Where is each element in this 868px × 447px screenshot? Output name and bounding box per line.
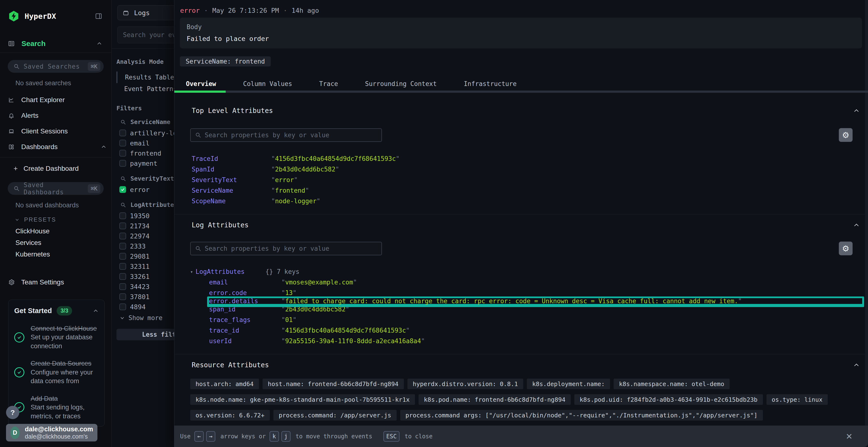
collapse-section-icon[interactable] [853, 107, 860, 114]
attribute-value[interactable]: "frontend" [271, 187, 309, 194]
log-attributes-search-input[interactable]: Search properties by key or value [190, 242, 382, 255]
checkbox-icon[interactable] [119, 212, 126, 219]
resource-attribute-chip[interactable]: k8s.namespace.name: otel-demo [614, 379, 730, 389]
presets-toggle[interactable]: PRESETS [14, 216, 112, 223]
help-button[interactable]: ? [6, 406, 19, 419]
checkbox-checked-icon[interactable] [119, 186, 126, 193]
less-filters-button[interactable]: Less filters [117, 329, 174, 340]
k-key[interactable]: k [270, 431, 279, 442]
filter-option[interactable]: email [119, 138, 174, 148]
sidebar-item-client-sessions[interactable]: Client Sessions [8, 126, 106, 137]
event-search-input[interactable]: Search your events [117, 27, 174, 43]
get-started-item[interactable]: Connect to ClickHouseSet up your databas… [14, 324, 99, 350]
checkbox-icon[interactable] [119, 222, 126, 229]
sidebar-item-search[interactable]: Search [0, 39, 112, 48]
checkbox-icon[interactable] [119, 304, 126, 310]
attribute-key[interactable]: ScopeName [192, 198, 271, 205]
attribute-value[interactable]: "4156d3fbc40a64854d9dc7f68641593c" [271, 155, 400, 162]
tab-surrounding-context[interactable]: Surrounding Context [365, 80, 437, 88]
tab-trace[interactable]: Trace [319, 80, 338, 88]
chevron-up-icon[interactable] [96, 41, 102, 46]
chevron-up-icon[interactable] [93, 308, 99, 314]
checkbox-icon[interactable] [119, 273, 126, 280]
checkbox-icon[interactable] [119, 263, 126, 270]
attribute-key[interactable]: email [209, 279, 281, 286]
attribute-key[interactable]: trace_flags [209, 316, 281, 323]
resource-attribute-chip[interactable]: k8s.node.name: gke-pme-k8s-standard-main… [190, 394, 415, 405]
get-started-item[interactable]: Create Data SourcesConfigure where your … [14, 359, 99, 385]
filter-option[interactable]: 2333 [119, 241, 174, 251]
sidebar-item-dashboards[interactable]: Dashboards [8, 142, 106, 152]
j-key[interactable]: j [281, 431, 290, 442]
preset-item-kubernetes[interactable]: Kubernetes [16, 249, 112, 259]
resource-attribute-chip[interactable]: os.type: linux [767, 394, 828, 405]
resource-attribute-chip[interactable]: host.arch: amd64 [190, 379, 259, 389]
analysis-mode-results-table[interactable]: Results Table [112, 72, 174, 83]
attribute-key[interactable]: SeverityText [192, 176, 271, 183]
sidebar-item-team-settings[interactable]: Team Settings [8, 278, 112, 286]
show-more-button[interactable]: Show more [119, 314, 174, 321]
service-name-tag[interactable]: ServiceName: frontend [180, 56, 271, 66]
checkbox-icon[interactable] [119, 283, 126, 290]
attribute-value[interactable]: "node-logger" [271, 198, 320, 205]
resource-attribute-chip[interactable]: host.name: frontend-6b6c8d7bfd-ng894 [262, 379, 404, 389]
filter-option[interactable]: payment [119, 158, 174, 168]
filter-option[interactable]: 33261 [119, 271, 174, 281]
close-icon[interactable]: ✕ [846, 432, 853, 441]
source-select[interactable]: Logs [117, 5, 174, 20]
collapse-section-icon[interactable] [853, 362, 860, 369]
filter-option[interactable]: 21734 [119, 221, 174, 231]
tab-infrastructure[interactable]: Infrastructure [464, 80, 517, 88]
attribute-value[interactable]: "2b43d0c4dd6bc582" [271, 166, 339, 173]
collapse-sidebar-icon[interactable] [95, 12, 102, 20]
column-settings-button[interactable]: ⚙ [839, 128, 852, 142]
top-level-search-input[interactable]: Search properties by key or value [190, 128, 382, 142]
filter-option[interactable]: 4894 [119, 302, 174, 312]
attribute-value[interactable]: "13" [281, 289, 297, 297]
resource-attribute-chip[interactable]: k8s.pod.uid: f284fb2d-a0b3-4634-991b-e2c… [574, 394, 763, 405]
attribute-key[interactable]: TraceId [192, 155, 271, 162]
attribute-value[interactable]: "failed to charge card: could not charge… [281, 298, 742, 305]
column-settings-button[interactable]: ⚙ [839, 242, 852, 255]
search-icon[interactable] [120, 202, 126, 208]
attribute-key[interactable]: ServiceName [192, 187, 271, 194]
filter-option[interactable]: 22974 [119, 231, 174, 241]
checkbox-icon[interactable] [119, 160, 126, 167]
sidebar-item-alerts[interactable]: Alerts [8, 110, 106, 121]
analysis-mode-event-patterns[interactable]: Event Patterns [112, 83, 174, 95]
filter-option[interactable]: artillery-loadgen [119, 128, 174, 138]
log-attributes-tree-root[interactable]: ▾ LogAttributes {} 7 keys [174, 266, 868, 277]
tab-column-values[interactable]: Column Values [243, 80, 292, 88]
search-icon[interactable] [120, 176, 126, 182]
checkbox-icon[interactable] [119, 150, 126, 157]
arrow-right-key[interactable]: → [206, 431, 215, 442]
sidebar-item-chart-explorer[interactable]: Chart Explorer [8, 95, 106, 105]
search-icon[interactable] [120, 119, 126, 125]
filter-option[interactable]: 34423 [119, 281, 174, 291]
get-started-item[interactable]: Add DataStart sending logs, metrics, or … [14, 394, 99, 420]
attribute-value[interactable]: "error" [271, 176, 298, 183]
user-menu[interactable]: D dale@clickhouse.com dale@clickhouse.co… [6, 424, 97, 442]
preset-item-services[interactable]: Services [16, 238, 112, 248]
checkbox-icon[interactable] [119, 130, 126, 136]
checkbox-icon[interactable] [119, 253, 126, 260]
filter-option[interactable]: 19350 [119, 211, 174, 221]
preset-item-clickhouse[interactable]: ClickHouse [16, 227, 112, 236]
attribute-key[interactable]: error.details [209, 298, 281, 305]
scrollbar[interactable] [865, 0, 868, 425]
esc-key[interactable]: ESC [383, 431, 400, 442]
attribute-value[interactable]: "92a55156-39a4-11f0-8ddd-a2eca416a8a4" [281, 337, 425, 345]
checkbox-icon[interactable] [119, 140, 126, 146]
filter-option[interactable]: 29081 [119, 251, 174, 261]
checkbox-icon[interactable] [119, 294, 126, 300]
attribute-key[interactable]: SpanId [192, 166, 271, 173]
filter-option[interactable]: frontend [119, 148, 174, 158]
resource-attribute-chip[interactable]: process.command args: ["/usr/local/bin/n… [400, 410, 763, 420]
checkbox-icon[interactable] [119, 233, 126, 239]
collapse-section-icon[interactable] [853, 222, 860, 229]
create-dashboard-button[interactable]: + Create Dashboard [13, 163, 106, 174]
resource-attribute-chip[interactable]: k8s.pod.name: frontend-6b6c8d7bfd-ng894 [418, 394, 571, 405]
tab-overview[interactable]: Overview [186, 80, 216, 88]
attribute-value[interactable]: "vmoses@example.com" [281, 279, 357, 286]
attribute-value[interactable]: "01" [281, 316, 297, 323]
